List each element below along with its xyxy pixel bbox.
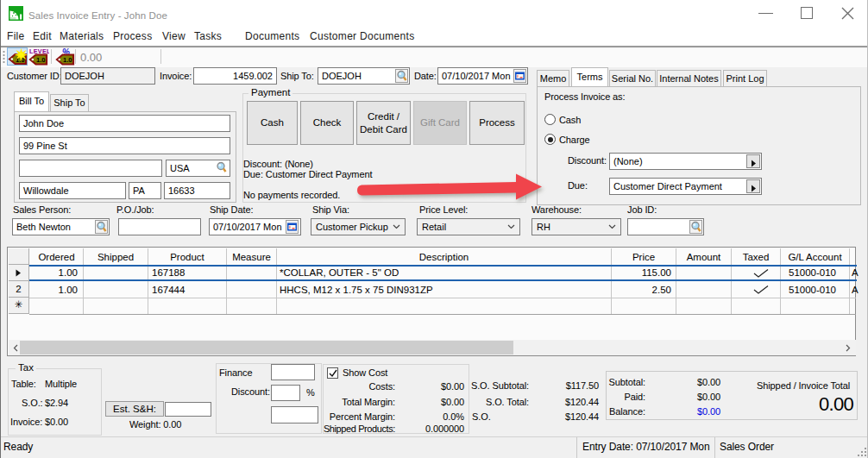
svg-text:1.0: 1.0: [36, 56, 45, 64]
svg-text:1.0: 1.0: [63, 56, 72, 64]
